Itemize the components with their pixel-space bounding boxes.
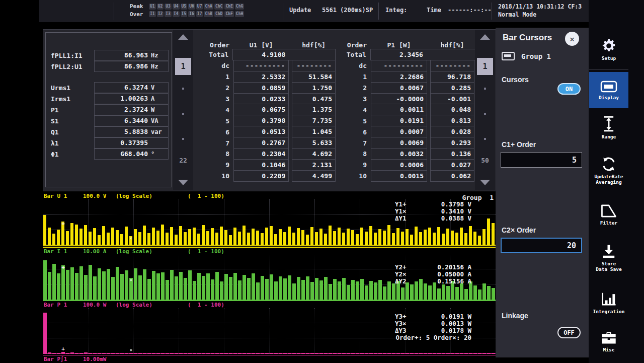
- scroll-dot: [484, 88, 486, 90]
- harmonic-bar: [116, 230, 119, 245]
- harmonic-bar: [351, 230, 354, 245]
- over-indicator: I6: [188, 11, 195, 17]
- measurement-value: 5.8838: [97, 128, 148, 135]
- update-rate-icon: [601, 157, 617, 172]
- measurement-row: λ1 0.37395: [46, 137, 172, 149]
- harmonic-bar: [188, 229, 191, 245]
- cursor-plus-marker[interactable]: +: [60, 346, 66, 351]
- sidebar-item-range[interactable]: Range: [589, 108, 628, 147]
- sidebar-item-setup[interactable]: Setup: [589, 29, 628, 70]
- harmonic-bar: [116, 267, 119, 300]
- harmonic-bar: [197, 234, 200, 245]
- sidebar-item-update-rate[interactable]: UpdateRate Averaging: [589, 147, 628, 195]
- measurement-unit: VA: [148, 117, 166, 124]
- harmonic-bar: [48, 228, 51, 245]
- harmonic-bar: [120, 274, 124, 300]
- c2-order-input[interactable]: 20: [501, 238, 582, 253]
- harmonic-bar: [125, 227, 128, 245]
- cursor-readout: Y1+0.3798 V: [351, 201, 471, 208]
- harmonic-bar: [84, 275, 88, 300]
- measurement-unit: °: [148, 151, 166, 158]
- harmonic-bar: [229, 235, 232, 245]
- harmonic-bar: [202, 276, 205, 300]
- peak-over-label: Peak Over: [130, 3, 143, 19]
- harmonic-bar: [301, 230, 304, 245]
- harmonic-bar: [428, 228, 431, 245]
- harmonic-row: 4 0.0675 1.375: [201, 104, 336, 115]
- harmonic-bar: [365, 285, 368, 300]
- measurement-value-box: 1.00263 A: [94, 93, 169, 104]
- harmonic-bar: [179, 272, 183, 300]
- scroll-dot: [182, 138, 184, 140]
- toggle-state-label: ON: [566, 86, 573, 93]
- harmonic-bar: [233, 273, 237, 300]
- linkage-label: Linkage: [502, 312, 528, 320]
- scroll-down-arrow[interactable]: [178, 180, 188, 185]
- cursor-readout-block: Y2+0.20156 A Y2×0.05000 A ΔY20.15156 A: [351, 264, 471, 285]
- scroll-up-arrow[interactable]: [480, 34, 490, 40]
- power-analyzer-screen: Peak Over U1U2U3U4U5U6U7ChAChCChEChG I1I…: [0, 0, 644, 363]
- cursor-times-marker[interactable]: ✕: [128, 236, 134, 241]
- scroll-dot: [484, 138, 486, 140]
- harmonic-bar: [143, 269, 146, 300]
- harmonic-bar: [138, 232, 141, 245]
- harmonic-bar: [93, 276, 97, 300]
- harmonic-bar: [446, 286, 450, 300]
- measurement-value: 6.3274: [97, 84, 148, 91]
- sidebar-item-store-data-save[interactable]: Store Data Save: [589, 234, 628, 281]
- harmonic-bar: [215, 272, 219, 300]
- harmonic-bar: [233, 228, 236, 245]
- harmonic-bar: [455, 287, 459, 300]
- store-icon: [601, 244, 616, 259]
- harmonic-bar: [392, 233, 395, 245]
- measurement-value: 86.963: [97, 51, 148, 59]
- measurement-row: fPLL2:U1 86.986 Hz: [46, 61, 172, 72]
- group-selector[interactable]: Group 1: [502, 52, 551, 60]
- peak-indicator: U5: [181, 4, 188, 10]
- measurement-label: S1: [51, 117, 94, 125]
- scroll-up-arrow[interactable]: [178, 34, 188, 40]
- harmonic-bar: [111, 277, 115, 300]
- linkage-toggle[interactable]: OFF: [557, 327, 581, 338]
- harmonic-bar: [48, 272, 51, 300]
- c1-order-input[interactable]: 5: [501, 152, 582, 168]
- harmonic-bar: [342, 278, 346, 300]
- cursor-plus-marker[interactable]: +: [60, 265, 66, 270]
- scroll-down-arrow[interactable]: [480, 180, 490, 185]
- cursor-times-marker[interactable]: ✕: [128, 347, 134, 352]
- harmonic-bar: [188, 270, 192, 300]
- sidebar-item-integration[interactable]: Integration: [589, 281, 628, 324]
- measurement-label: λ1: [51, 139, 94, 147]
- current-page-indicator[interactable]: 1: [175, 58, 191, 75]
- peak-indicator: ChC: [214, 4, 223, 10]
- cursor-plus-marker[interactable]: +: [60, 221, 66, 226]
- cursor-readout: ΔY10.0388 V: [351, 215, 471, 222]
- harmonic-table-u1: Order U1 [V] hdf[%] Total 4.9108 dc ----…: [201, 41, 336, 182]
- cursor-order-line: Order+: 5 Order×: 20: [351, 334, 471, 341]
- sidebar-item-display[interactable]: Display: [589, 72, 628, 108]
- harmonic-bar: [292, 233, 295, 245]
- harmonic-bar: [147, 279, 151, 300]
- harmonic-bar: [84, 225, 87, 245]
- sidebar-item-misc[interactable]: Misc: [589, 324, 628, 359]
- harmonic-bar: [374, 282, 377, 300]
- harmonic-bar: [460, 228, 463, 245]
- harmonic-bar: [460, 283, 463, 300]
- harmonic-bar: [360, 228, 363, 245]
- harmonic-bar: [401, 287, 405, 300]
- sidebar-item-filter[interactable]: Filter: [589, 195, 628, 234]
- harmonic-bar: [66, 270, 69, 300]
- table-dc-row: dc --------- --------: [338, 60, 476, 71]
- harmonic-bar: [297, 228, 300, 245]
- harmonic-bar: [315, 278, 318, 300]
- harmonic-bar: [406, 282, 409, 300]
- current-page-indicator[interactable]: 1: [477, 58, 493, 75]
- cursors-toggle[interactable]: ON: [557, 83, 581, 95]
- harmonic-table-p1: Order P1 [W] hdf[%] Total 2.3456 dc ----…: [338, 41, 476, 182]
- harmonic-bar: [211, 228, 214, 245]
- close-button[interactable]: ✕: [565, 32, 579, 46]
- harmonic-bar: [61, 265, 65, 300]
- measurement-label: Q1: [51, 128, 94, 136]
- cursor-times-marker[interactable]: ✕: [128, 277, 134, 282]
- sidebar-item-label: Setup: [602, 55, 616, 61]
